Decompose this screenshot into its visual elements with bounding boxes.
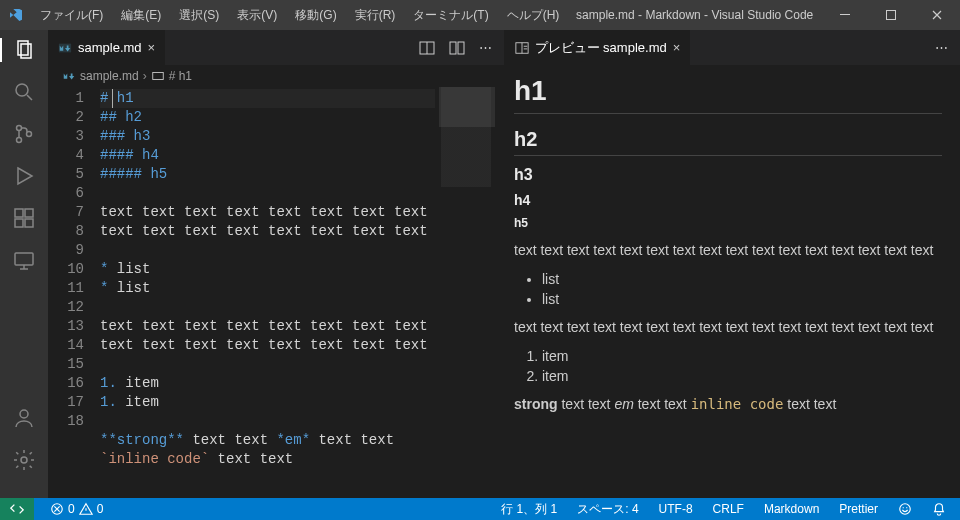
preview-paragraph: text text text text text text text text … <box>514 240 942 261</box>
split-preview-icon[interactable] <box>419 40 435 56</box>
preview-pane[interactable]: h1 h2 h3 h4 h5 text text text text text … <box>496 65 960 498</box>
preview-h5: h5 <box>514 216 942 230</box>
window-title: sample.md - Markdown - Visual Studio Cod… <box>567 8 822 22</box>
menu-item[interactable]: 実行(R) <box>347 3 404 28</box>
menu-item[interactable]: 選択(S) <box>171 3 227 28</box>
breadcrumb-file[interactable]: sample.md <box>80 69 139 83</box>
menu-item[interactable]: ターミナル(T) <box>405 3 496 28</box>
more-actions-icon[interactable]: ⋯ <box>935 40 948 55</box>
preview-h2: h2 <box>514 128 942 156</box>
preview-h4: h4 <box>514 192 942 208</box>
formatter-status[interactable]: Prettier <box>835 502 882 516</box>
menu-item[interactable]: ファイル(F) <box>32 3 111 28</box>
svg-rect-9 <box>15 219 23 227</box>
extensions-icon[interactable] <box>12 206 36 230</box>
svg-rect-19 <box>152 73 163 80</box>
preview-em: em <box>614 396 633 412</box>
menu-item[interactable]: 移動(G) <box>287 3 344 28</box>
cursor-position[interactable]: 行 1、列 1 <box>497 501 561 518</box>
svg-point-7 <box>27 132 32 137</box>
menu-item[interactable]: ヘルプ(H) <box>499 3 568 28</box>
svg-rect-16 <box>450 42 456 54</box>
minimize-button[interactable] <box>822 0 868 30</box>
breadcrumb[interactable]: sample.md › # h1 <box>48 65 495 87</box>
list-item: list <box>542 271 942 287</box>
split-editor-icon[interactable] <box>449 40 465 56</box>
preview-ol: itemitem <box>542 348 942 384</box>
feedback-icon[interactable] <box>894 502 916 516</box>
settings-gear-icon[interactable] <box>12 448 36 472</box>
explorer-icon[interactable] <box>0 38 48 62</box>
notifications-icon[interactable] <box>928 502 950 516</box>
menu-bar: ファイル(F)編集(E)選択(S)表示(V)移動(G)実行(R)ターミナル(T)… <box>32 3 567 28</box>
code-lines[interactable]: # h1## h2### h3#### h4##### h5 text text… <box>100 87 495 498</box>
tab-label: プレビュー sample.md <box>535 39 667 57</box>
markdown-file-icon <box>62 69 76 83</box>
run-debug-icon[interactable] <box>12 164 36 188</box>
close-icon[interactable]: × <box>148 40 156 55</box>
svg-rect-8 <box>15 209 23 217</box>
editor-pane[interactable]: sample.md › # h1 12345678910111213141516… <box>48 65 496 498</box>
activity-bar <box>0 30 48 498</box>
svg-point-14 <box>21 457 27 463</box>
search-icon[interactable] <box>12 80 36 104</box>
svg-rect-10 <box>25 219 33 227</box>
list-item: item <box>542 368 942 384</box>
title-bar: ファイル(F)編集(E)選択(S)表示(V)移動(G)実行(R)ターミナル(T)… <box>0 0 960 30</box>
menu-item[interactable]: 編集(E) <box>113 3 169 28</box>
warning-count: 0 <box>97 502 104 516</box>
svg-rect-3 <box>21 44 31 58</box>
svg-point-13 <box>20 410 28 418</box>
indentation-status[interactable]: スペース: 4 <box>573 501 642 518</box>
preview-paragraph: strong text text em text text inline cod… <box>514 394 942 415</box>
status-bar: 0 0 行 1、列 1 スペース: 4 UTF-8 CRLF Markdown … <box>0 498 960 520</box>
error-count: 0 <box>68 502 75 516</box>
minimap-slider[interactable] <box>439 87 495 127</box>
svg-rect-1 <box>887 11 896 20</box>
symbol-string-icon <box>151 69 165 83</box>
tab-bar: sample.md × ⋯ プレビュー sample.md × ⋯ <box>48 30 960 65</box>
chevron-right-icon: › <box>143 69 147 83</box>
line-number-gutter: 123456789101112131415161718 <box>48 87 100 498</box>
svg-rect-2 <box>18 41 28 55</box>
list-item: list <box>542 291 942 307</box>
preview-h3: h3 <box>514 166 942 184</box>
tab-editor[interactable]: sample.md × <box>48 30 166 65</box>
svg-point-4 <box>16 84 28 96</box>
code-body[interactable]: 123456789101112131415161718 # h1## h2###… <box>48 87 495 498</box>
close-icon[interactable]: × <box>673 40 681 55</box>
problems-status[interactable]: 0 0 <box>46 502 107 516</box>
svg-point-5 <box>17 126 22 131</box>
more-actions-icon[interactable]: ⋯ <box>479 40 492 56</box>
remote-explorer-icon[interactable] <box>12 248 36 272</box>
tab-label: sample.md <box>78 40 142 55</box>
preview-h1: h1 <box>514 75 942 114</box>
source-control-icon[interactable] <box>12 122 36 146</box>
vscode-logo-icon <box>8 7 24 23</box>
tab-preview[interactable]: プレビュー sample.md × <box>505 30 692 65</box>
svg-point-6 <box>17 138 22 143</box>
svg-rect-12 <box>15 253 33 265</box>
window-controls <box>822 0 960 30</box>
svg-rect-0 <box>840 14 850 15</box>
maximize-button[interactable] <box>868 0 914 30</box>
markdown-file-icon <box>58 41 72 55</box>
list-item: item <box>542 348 942 364</box>
preview-strong: strong <box>514 396 558 412</box>
preview-ul: listlist <box>542 271 942 307</box>
menu-item[interactable]: 表示(V) <box>229 3 285 28</box>
breadcrumb-symbol[interactable]: # h1 <box>169 69 192 83</box>
preview-icon <box>515 41 529 55</box>
preview-code: inline code <box>691 396 784 412</box>
remote-button[interactable] <box>0 498 34 520</box>
svg-rect-17 <box>458 42 464 54</box>
close-button[interactable] <box>914 0 960 30</box>
account-icon[interactable] <box>12 406 36 430</box>
svg-point-21 <box>900 504 911 515</box>
svg-rect-11 <box>25 209 33 217</box>
language-mode[interactable]: Markdown <box>760 502 823 516</box>
eol-status[interactable]: CRLF <box>709 502 748 516</box>
encoding-status[interactable]: UTF-8 <box>655 502 697 516</box>
preview-paragraph: text text text text text text text text … <box>514 317 942 338</box>
